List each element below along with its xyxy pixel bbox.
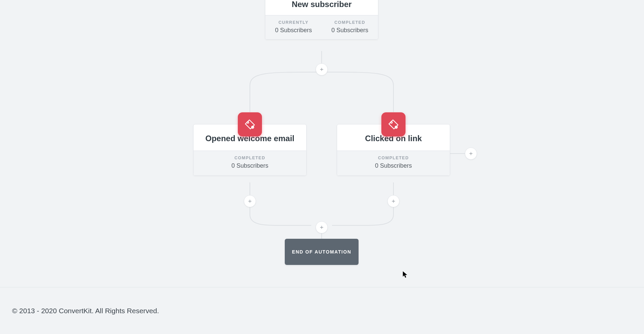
- branch-node-clicked-link[interactable]: Clicked on link COMPLETED 0 Subscribers: [337, 124, 450, 176]
- branch-node-stat: COMPLETED 0 Subscribers: [337, 151, 450, 175]
- stat-label: COMPLETED: [196, 156, 304, 160]
- add-step-button[interactable]: [387, 195, 399, 207]
- entry-currently-stat: CURRENTLY 0 Subscribers: [265, 15, 322, 39]
- entry-node[interactable]: New subscriber CURRENTLY 0 Subscribers C…: [265, 0, 378, 40]
- end-of-automation: END OF AUTOMATION: [285, 239, 359, 265]
- entry-node-stats: CURRENTLY 0 Subscribers COMPLETED 0 Subs…: [265, 15, 378, 39]
- entry-node-head: New subscriber: [265, 0, 378, 15]
- svg-point-0: [247, 122, 249, 123]
- entry-completed-stat: COMPLETED 0 Subscribers: [322, 15, 378, 39]
- add-step-button[interactable]: [244, 195, 256, 207]
- add-step-button[interactable]: [316, 63, 328, 75]
- tag-icon: [238, 112, 262, 136]
- svg-point-1: [391, 122, 392, 123]
- stat-value: 0 Subscribers: [340, 162, 447, 169]
- stat-value: 0 Subscribers: [268, 27, 319, 34]
- footer-copyright: © 2013 - 2020 ConvertKit. All Rights Res…: [12, 307, 159, 315]
- stat-label: COMPLETED: [340, 156, 447, 160]
- branch-node-opened-email[interactable]: Opened welcome email COMPLETED 0 Subscri…: [193, 124, 307, 176]
- automation-canvas: New subscriber CURRENTLY 0 Subscribers C…: [0, 0, 644, 287]
- stat-value: 0 Subscribers: [196, 162, 304, 169]
- stat-label: CURRENTLY: [268, 20, 319, 25]
- stat-value: 0 Subscribers: [324, 27, 375, 34]
- tag-icon: [381, 112, 406, 136]
- add-step-button[interactable]: [316, 221, 328, 233]
- cursor-icon: [402, 271, 408, 278]
- entry-node-title: New subscriber: [272, 0, 371, 9]
- branch-node-stat: COMPLETED 0 Subscribers: [194, 151, 306, 175]
- footer: © 2013 - 2020 ConvertKit. All Rights Res…: [0, 287, 644, 334]
- end-label: END OF AUTOMATION: [292, 249, 351, 255]
- stat-label: COMPLETED: [324, 20, 375, 25]
- add-branch-button[interactable]: [465, 148, 477, 160]
